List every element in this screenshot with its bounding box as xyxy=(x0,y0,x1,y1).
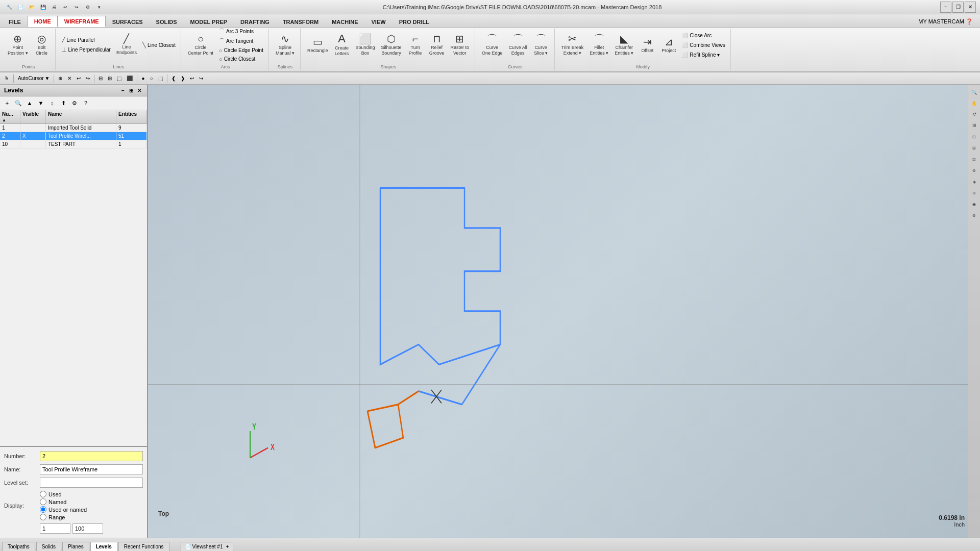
open-btn[interactable]: 📂 xyxy=(27,2,37,12)
radio-range[interactable]: Range xyxy=(40,514,87,520)
circle-closest-btn[interactable]: ○ Circle Closest xyxy=(217,55,265,63)
new-btn[interactable]: 📄 xyxy=(15,2,26,12)
tab-toolpaths[interactable]: Toolpaths xyxy=(2,542,35,551)
snap-arc-btn[interactable]: ○ xyxy=(148,73,155,84)
my-mastercam-tab[interactable]: MY MASTERCAM ❓ xyxy=(913,16,978,27)
offset-btn[interactable]: ⇥ Offset xyxy=(637,30,657,60)
restore-btn[interactable]: ❐ xyxy=(952,2,964,13)
snap-back-btn[interactable]: ↩ xyxy=(75,73,83,84)
number-input[interactable] xyxy=(40,451,143,461)
snap-minus-btn[interactable]: ⊟ xyxy=(96,73,105,84)
name-input[interactable] xyxy=(40,464,143,474)
range-to-input[interactable] xyxy=(72,523,103,534)
radio-used-or-named[interactable]: Used or named xyxy=(40,506,87,513)
spline-manual-btn[interactable]: ∿ SplineManual ▾ xyxy=(273,30,297,60)
curve-all-edges-btn[interactable]: ⌒ Curve AllEdges xyxy=(506,30,530,60)
tab-machine[interactable]: MACHINE xyxy=(325,16,364,27)
point-position-btn[interactable]: ⊕ PointPosition ▾ xyxy=(5,30,31,60)
undo-ts-btn[interactable]: ↩ xyxy=(188,73,196,84)
silhouette-boundary-btn[interactable]: ⬡ SilhouetteBoundary xyxy=(379,30,404,60)
redo-btn[interactable]: ↪ xyxy=(71,2,82,12)
line-perpendicular-btn[interactable]: ⊥ Line Perpendicular xyxy=(60,45,113,55)
levelset-input[interactable] xyxy=(40,478,143,488)
combine-views-btn[interactable]: ⬜ Combine Views xyxy=(680,40,727,49)
levels-close-btn[interactable]: ✕ xyxy=(136,87,143,94)
snap-x-btn[interactable]: ✕ xyxy=(65,73,74,84)
radio-named[interactable]: Named xyxy=(40,498,87,505)
minimize-btn[interactable]: − xyxy=(940,2,951,13)
view-1btn[interactable]: ⊟ xyxy=(969,132,979,142)
tab-file[interactable]: FILE xyxy=(2,16,28,27)
tab-view[interactable]: VIEW xyxy=(365,16,393,27)
levels-dock-btn[interactable]: ⊞ xyxy=(128,87,135,94)
circle-center-point-btn[interactable]: ○ CircleCenter Point xyxy=(185,30,216,60)
export-btn[interactable]: ⬆ xyxy=(58,98,68,108)
tab-modelprep[interactable]: MODEL PREP xyxy=(184,16,234,27)
snap-origin-btn[interactable]: ⊕ xyxy=(56,73,64,84)
fillet-entities-btn[interactable]: ⌒ FilletEntities ▾ xyxy=(587,30,611,60)
add-level-btn[interactable]: + xyxy=(2,98,12,108)
sort-btn[interactable]: ↕ xyxy=(47,98,57,108)
tab-surfaces[interactable]: SURFACES xyxy=(106,16,150,27)
trim-break-btn[interactable]: ✂ Trim BreakExtend ▾ xyxy=(559,30,586,60)
snap-rect-btn[interactable]: ⬚ xyxy=(115,73,124,84)
view-3btn[interactable]: ⊡ xyxy=(969,154,979,164)
line-closest-btn[interactable]: ╲ Line Closest xyxy=(140,40,178,49)
save-btn[interactable]: 💾 xyxy=(38,2,48,12)
view-7btn[interactable]: ◉ xyxy=(969,199,979,209)
settings-btn[interactable]: ⚙ xyxy=(83,2,93,12)
view-4btn[interactable]: ⊛ xyxy=(969,165,979,176)
move-down-btn[interactable]: ▼ xyxy=(36,98,46,108)
table-row[interactable]: 2 X Tool Profile Wiref... 51 xyxy=(0,132,147,140)
viewsheet-add[interactable]: + xyxy=(226,544,229,549)
rectangle-btn[interactable]: ▭ Rectangle xyxy=(305,30,331,60)
levels-float-btn[interactable]: − xyxy=(119,87,127,94)
tab-drafting[interactable]: DRAFTING xyxy=(234,16,276,27)
view-pan-btn[interactable]: ✋ xyxy=(969,98,979,108)
radio-used-input[interactable] xyxy=(40,491,46,497)
create-letters-btn[interactable]: A CreateLetters xyxy=(332,30,352,60)
arc3points-btn[interactable]: ⌒ Arc 3 Points xyxy=(217,28,265,36)
tab-levels[interactable]: Levels xyxy=(90,542,117,551)
viewsheet-tab[interactable]: 📄 Viewsheet #1 + xyxy=(181,542,234,551)
snap-fill-btn[interactable]: ⬛ xyxy=(125,73,135,84)
bounding-box-btn[interactable]: ⬜ BoundingBox xyxy=(353,30,378,60)
search-level-btn[interactable]: 🔍 xyxy=(13,98,23,108)
snap-box-btn[interactable]: ⬚ xyxy=(156,73,165,84)
table-row[interactable]: 1 Imported Tool Solid 9 xyxy=(0,124,147,132)
arc-tangent-btn[interactable]: ⌒ Arc Tangent xyxy=(217,37,265,46)
circle-edge-point-btn[interactable]: ○ Circle Edge Point xyxy=(217,46,265,55)
tab-recent[interactable]: Recent Functions xyxy=(118,542,169,551)
snap-plus-btn[interactable]: ⊞ xyxy=(106,73,114,84)
snap-circle-btn[interactable]: ● xyxy=(139,73,146,84)
view-zoom-btn[interactable]: 🔍 xyxy=(969,87,979,97)
close-btn[interactable]: ✕ xyxy=(965,2,976,13)
line-parallel-btn[interactable]: ╱ Line Parallel xyxy=(60,36,113,45)
view-2btn[interactable]: ⊞ xyxy=(969,143,979,153)
view-5btn[interactable]: ◈ xyxy=(969,177,979,187)
tab-solids[interactable]: Solids xyxy=(36,542,61,551)
lv-help-btn[interactable]: ? xyxy=(81,98,91,108)
viewport[interactable]: X Y Top 0.6198 in Inch 🔍 ✋ ↻ ⊞ ⊟ ⊞ ⊡ ⊛ xyxy=(148,85,980,538)
relief-groove-btn[interactable]: ⊓ ReliefGroove xyxy=(427,30,447,60)
nav-next-btn[interactable]: ❱ xyxy=(179,73,187,84)
lv-settings-btn[interactable]: ⚙ xyxy=(69,98,80,108)
close-arc-btn[interactable]: ⬜ Close Arc xyxy=(680,31,727,40)
view-fit-btn[interactable]: ⊞ xyxy=(969,120,979,131)
autocursor-btn[interactable]: AutoCursor ▼ xyxy=(16,73,52,84)
curve-one-edge-btn[interactable]: ⌒ CurveOne Edge xyxy=(479,30,505,60)
print-btn[interactable]: 🖨 xyxy=(49,2,59,12)
turn-profile-btn[interactable]: ⌐ TurnProfile xyxy=(405,30,426,60)
raster-to-vector-btn[interactable]: ⊞ Raster toVector xyxy=(448,30,472,60)
radio-range-input[interactable] xyxy=(40,514,46,520)
tab-planes[interactable]: Planes xyxy=(62,542,89,551)
range-from-input[interactable] xyxy=(40,523,70,534)
redo-ts-btn[interactable]: ↪ xyxy=(197,73,205,84)
view-rotate-btn[interactable]: ↻ xyxy=(969,109,979,119)
line-endpoints-btn[interactable]: ╱ LineEndpoints xyxy=(114,30,139,60)
customize-btn[interactable]: ▾ xyxy=(94,2,104,12)
project-btn[interactable]: ⊿ Project xyxy=(658,30,679,60)
tab-solids[interactable]: SOLIDS xyxy=(150,16,184,27)
tab-home[interactable]: HOME xyxy=(28,16,58,27)
undo-btn[interactable]: ↩ xyxy=(60,2,70,12)
